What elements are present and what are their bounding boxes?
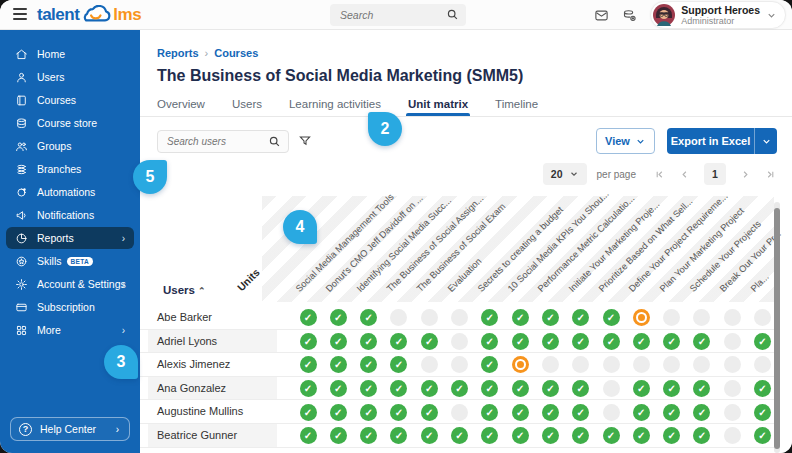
sidebar-item-notifications[interactable]: Notifications xyxy=(6,204,134,226)
status-not-attempted-icon[interactable] xyxy=(451,404,468,421)
status-completed-icon[interactable]: ✓ xyxy=(481,309,498,326)
status-not-attempted-icon[interactable] xyxy=(421,309,438,326)
status-completed-icon[interactable]: ✓ xyxy=(542,309,559,326)
sidebar-item-groups[interactable]: Groups xyxy=(6,135,134,157)
messages-icon[interactable] xyxy=(594,8,609,23)
status-completed-icon[interactable]: ✓ xyxy=(663,404,680,421)
status-completed-icon[interactable]: ✓ xyxy=(481,356,498,373)
status-completed-icon[interactable]: ✓ xyxy=(360,404,377,421)
status-completed-icon[interactable]: ✓ xyxy=(360,427,377,444)
sidebar-item-more[interactable]: More› xyxy=(6,319,134,341)
sidebar-item-course-store[interactable]: Course store xyxy=(6,112,134,134)
status-completed-icon[interactable]: ✓ xyxy=(300,427,317,444)
status-not-attempted-icon[interactable] xyxy=(633,356,650,373)
status-not-attempted-icon[interactable] xyxy=(603,404,620,421)
status-completed-icon[interactable]: ✓ xyxy=(390,333,407,350)
status-completed-icon[interactable]: ✓ xyxy=(603,333,620,350)
status-in-progress-icon[interactable] xyxy=(633,309,650,326)
status-not-attempted-icon[interactable] xyxy=(603,356,620,373)
status-in-progress-icon[interactable] xyxy=(512,356,529,373)
talentlms-logo[interactable]: talent lms xyxy=(37,3,141,27)
user-name-cell[interactable]: Ana Gonzalez xyxy=(148,377,277,400)
sidebar-item-help-center[interactable]: ? Help Center › xyxy=(10,417,130,441)
tab-unit-matrix[interactable]: Unit matrix xyxy=(408,94,468,116)
status-completed-icon[interactable]: ✓ xyxy=(572,333,589,350)
status-completed-icon[interactable]: ✓ xyxy=(542,404,559,421)
status-completed-icon[interactable]: ✓ xyxy=(512,309,529,326)
sidebar-item-automations[interactable]: Automations xyxy=(6,181,134,203)
status-completed-icon[interactable]: ✓ xyxy=(572,404,589,421)
status-completed-icon[interactable]: ✓ xyxy=(330,427,347,444)
first-page-icon[interactable] xyxy=(654,169,665,180)
status-completed-icon[interactable]: ✓ xyxy=(754,404,771,421)
status-completed-icon[interactable]: ✓ xyxy=(481,404,498,421)
status-completed-icon[interactable]: ✓ xyxy=(390,380,407,397)
status-completed-icon[interactable]: ✓ xyxy=(390,427,407,444)
status-completed-icon[interactable]: ✓ xyxy=(421,380,438,397)
sidebar-item-account-settings[interactable]: Account & Settings› xyxy=(6,273,134,295)
next-page-icon[interactable] xyxy=(740,169,751,180)
status-not-attempted-icon[interactable] xyxy=(572,356,589,373)
tab-learning-activities[interactable]: Learning activities xyxy=(289,94,381,116)
user-name-cell[interactable]: Adriel Lyons xyxy=(148,330,277,353)
status-completed-icon[interactable]: ✓ xyxy=(512,333,529,350)
status-completed-icon[interactable]: ✓ xyxy=(360,333,377,350)
user-name-cell[interactable]: Augustine Mullins xyxy=(148,400,277,423)
status-completed-icon[interactable]: ✓ xyxy=(603,309,620,326)
status-completed-icon[interactable]: ✓ xyxy=(693,427,710,444)
status-completed-icon[interactable]: ✓ xyxy=(512,427,529,444)
tab-timeline[interactable]: Timeline xyxy=(495,94,538,116)
last-page-icon[interactable] xyxy=(765,169,776,180)
scrollbar-thumb[interactable] xyxy=(774,208,780,449)
filter-icon[interactable] xyxy=(298,134,312,152)
status-completed-icon[interactable]: ✓ xyxy=(663,427,680,444)
status-completed-icon[interactable]: ✓ xyxy=(451,427,468,444)
status-completed-icon[interactable]: ✓ xyxy=(633,380,650,397)
status-completed-icon[interactable]: ✓ xyxy=(390,404,407,421)
hamburger-menu-icon[interactable] xyxy=(13,8,27,20)
prev-page-icon[interactable] xyxy=(679,169,690,180)
status-completed-icon[interactable]: ✓ xyxy=(300,309,317,326)
sidebar-item-subscription[interactable]: Subscription xyxy=(6,296,134,318)
status-completed-icon[interactable]: ✓ xyxy=(693,380,710,397)
status-not-attempted-icon[interactable] xyxy=(724,333,741,350)
status-completed-icon[interactable]: ✓ xyxy=(421,333,438,350)
status-completed-icon[interactable]: ✓ xyxy=(663,380,680,397)
billing-settings-icon[interactable] xyxy=(622,8,637,23)
status-completed-icon[interactable]: ✓ xyxy=(300,404,317,421)
status-not-attempted-icon[interactable] xyxy=(724,380,741,397)
status-not-attempted-icon[interactable] xyxy=(542,356,559,373)
sidebar-item-reports[interactable]: Reports› xyxy=(6,227,134,249)
status-completed-icon[interactable]: ✓ xyxy=(330,404,347,421)
status-completed-icon[interactable]: ✓ xyxy=(330,333,347,350)
status-completed-icon[interactable]: ✓ xyxy=(421,404,438,421)
status-not-attempted-icon[interactable] xyxy=(724,404,741,421)
tab-overview[interactable]: Overview xyxy=(157,94,205,116)
status-completed-icon[interactable]: ✓ xyxy=(572,309,589,326)
status-completed-icon[interactable]: ✓ xyxy=(754,427,771,444)
status-completed-icon[interactable]: ✓ xyxy=(300,333,317,350)
status-not-attempted-icon[interactable] xyxy=(724,427,741,444)
breadcrumb-courses[interactable]: Courses xyxy=(214,47,258,59)
sidebar-item-home[interactable]: Home xyxy=(6,43,134,65)
status-completed-icon[interactable]: ✓ xyxy=(542,427,559,444)
status-completed-icon[interactable]: ✓ xyxy=(663,333,680,350)
status-not-attempted-icon[interactable] xyxy=(663,309,680,326)
page-size-select[interactable]: 20 xyxy=(543,163,587,185)
status-completed-icon[interactable]: ✓ xyxy=(754,333,771,350)
status-completed-icon[interactable]: ✓ xyxy=(693,333,710,350)
view-button[interactable]: View xyxy=(596,128,655,154)
sidebar-item-courses[interactable]: Courses xyxy=(6,89,134,111)
status-completed-icon[interactable]: ✓ xyxy=(633,427,650,444)
status-not-attempted-icon[interactable] xyxy=(693,356,710,373)
status-not-attempted-icon[interactable] xyxy=(451,309,468,326)
export-options-button[interactable] xyxy=(755,128,777,154)
status-completed-icon[interactable]: ✓ xyxy=(542,380,559,397)
sidebar-item-users[interactable]: Users xyxy=(6,66,134,88)
status-completed-icon[interactable]: ✓ xyxy=(512,404,529,421)
status-completed-icon[interactable]: ✓ xyxy=(330,309,347,326)
status-completed-icon[interactable]: ✓ xyxy=(693,404,710,421)
status-completed-icon[interactable]: ✓ xyxy=(542,333,559,350)
status-not-attempted-icon[interactable] xyxy=(603,380,620,397)
export-in-excel-button[interactable]: Export in Excel xyxy=(667,128,754,154)
